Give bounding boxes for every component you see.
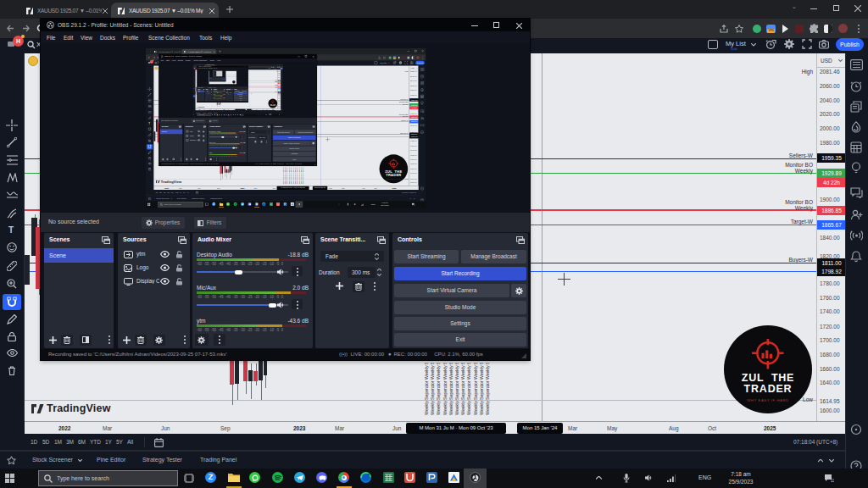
svg-text:11: 11 [831, 478, 834, 483]
svg-text:11: 11 [414, 205, 415, 206]
